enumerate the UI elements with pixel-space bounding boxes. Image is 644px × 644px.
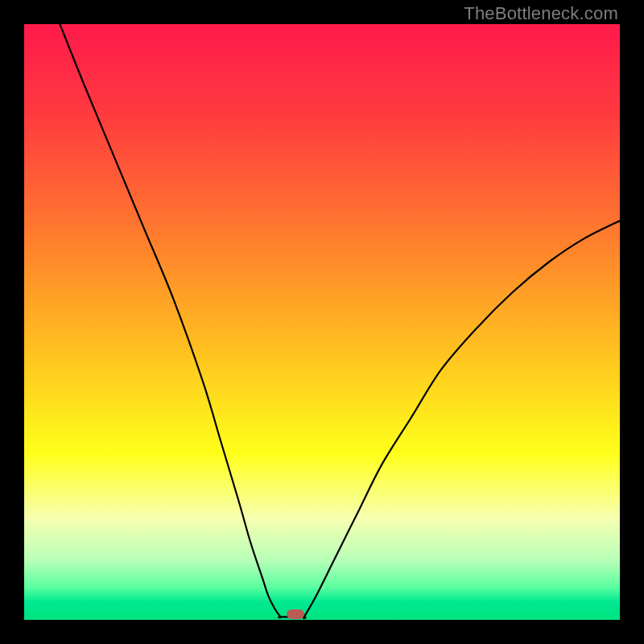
optimum-marker xyxy=(287,609,304,619)
chart-frame: TheBottleneck.com xyxy=(0,0,644,644)
plot-area xyxy=(24,24,620,620)
watermark-text: TheBottleneck.com xyxy=(464,3,618,24)
bottleneck-curve xyxy=(24,24,620,620)
